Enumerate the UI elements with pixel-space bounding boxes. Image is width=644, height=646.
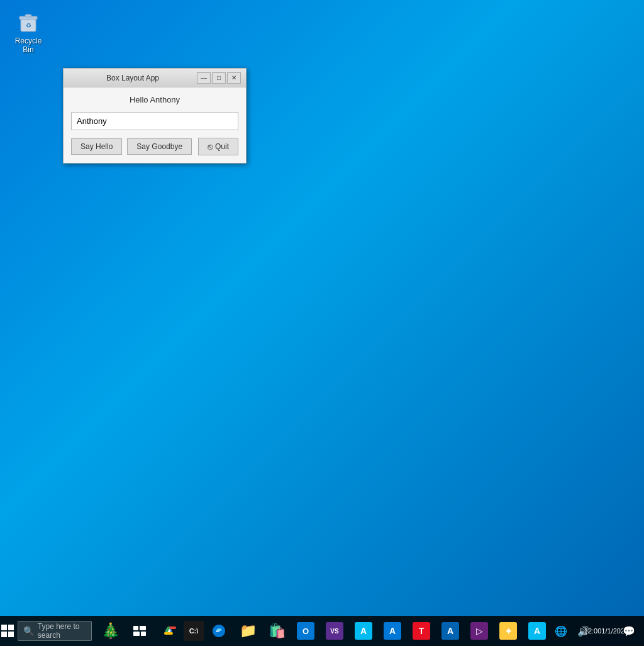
app-blue2-icon[interactable]: A [379, 617, 406, 645]
start-icon [1, 625, 14, 637]
quit-button[interactable]: ⎋ Quit [198, 138, 238, 155]
svg-text:♻: ♻ [26, 22, 31, 29]
say-goodbye-button[interactable]: Say Goodbye [127, 138, 192, 155]
taskbar-apps: 🎄 C:\ [97, 617, 551, 645]
terminal-icon[interactable]: C:\ [184, 621, 204, 641]
app-window: Box Layout App — □ ✕ Hello Anthony Say H… [63, 68, 247, 164]
chrome-icon[interactable] [155, 617, 182, 645]
app-red-icon[interactable]: T [408, 617, 435, 645]
recycle-bin-label: Recycle Bin [9, 36, 48, 54]
close-button[interactable]: ✕ [227, 72, 241, 84]
store-icon[interactable]: 🛍️ [263, 617, 291, 645]
task-view-button[interactable] [126, 617, 153, 645]
title-bar: Box Layout App — □ ✕ [64, 69, 246, 87]
start-button[interactable] [0, 616, 15, 646]
recycle-bin-icon: ♻ [16, 9, 41, 34]
svg-rect-4 [133, 626, 138, 630]
visual-studio-icon[interactable]: VS [321, 617, 348, 645]
notification-icon[interactable]: 💬 [619, 617, 639, 645]
folder-icon[interactable]: 📁 [234, 617, 262, 645]
svg-rect-5 [140, 626, 146, 630]
window-body: Hello Anthony Say Hello Say Goodbye ⎋ Qu… [64, 87, 246, 163]
fireplace-icon[interactable]: 🎄 [97, 617, 125, 645]
maximize-button[interactable]: □ [212, 72, 226, 84]
search-icon: 🔍 [23, 626, 34, 636]
button-row: Say Hello Say Goodbye ⎋ Quit [71, 138, 238, 155]
name-input[interactable] [71, 112, 238, 130]
edge-icon[interactable] [205, 617, 233, 645]
desktop: ♻ Recycle Bin Box Layout App — □ ✕ Hello… [0, 0, 644, 616]
app-vs2-icon[interactable]: ▷ [465, 617, 493, 645]
svg-rect-2 [25, 14, 31, 17]
svg-rect-6 [133, 632, 140, 636]
time-display: 12:00 [584, 627, 602, 635]
app-blue4-icon[interactable]: A [523, 617, 551, 645]
app-blue3-icon[interactable]: A [436, 617, 464, 645]
window-controls: — □ ✕ [197, 72, 241, 84]
quit-icon: ⎋ [208, 142, 213, 152]
app-sun-icon[interactable]: ✦ [494, 617, 522, 645]
network-icon[interactable]: 🌐 [551, 617, 571, 645]
taskbar: 🔍 Type here to search 🎄 [0, 616, 644, 646]
search-bar[interactable]: 🔍 Type here to search [18, 621, 92, 641]
search-placeholder: Type here to search [38, 622, 86, 640]
window-title: Box Layout App [69, 74, 197, 82]
quit-label: Quit [215, 142, 229, 151]
greeting-label: Hello Anthony [71, 95, 238, 104]
outlook-icon[interactable]: O [292, 617, 319, 645]
recycle-bin[interactable]: ♻ Recycle Bin [6, 6, 50, 57]
app-blue1-icon[interactable]: A [350, 617, 377, 645]
say-hello-button[interactable]: Say Hello [71, 138, 122, 155]
svg-rect-7 [141, 632, 146, 636]
clock: 12:00 1/1/2024 [596, 617, 616, 645]
minimize-button[interactable]: — [197, 72, 211, 84]
system-tray: 🌐 🔊 12:00 1/1/2024 💬 [551, 617, 644, 645]
